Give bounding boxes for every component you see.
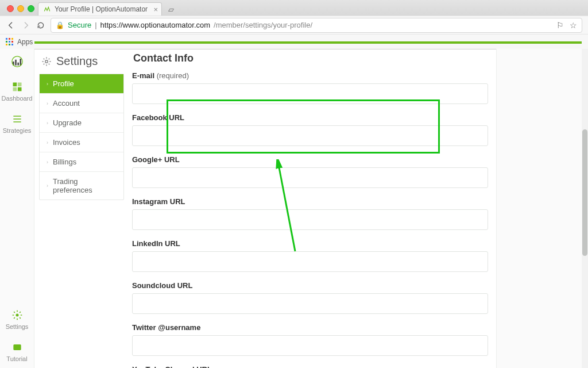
soundcloud-label: Soundcloud URL [132,281,488,290]
address-bar[interactable]: 🔒 Secure | https://www.optionautomator.c… [51,18,582,33]
reload-button[interactable] [36,20,46,30]
accent-strip [34,41,582,44]
menu-item-account[interactable]: › Account [40,94,123,113]
google-plus-input[interactable] [132,167,488,188]
linkedin-label: LinkedIn URL [132,239,488,248]
soundcloud-input[interactable] [132,293,488,314]
tab-favicon [43,5,51,13]
svg-rect-3 [13,87,17,91]
tab-bar: Your Profile | OptionAutomator × ▱ [0,0,588,16]
rail-item-strategies[interactable]: Strategies [0,108,34,140]
menu-item-upgrade[interactable]: › Upgrade [40,113,123,133]
new-tab-button[interactable]: ▱ [165,4,177,14]
svg-rect-6 [13,344,21,350]
apps-label[interactable]: Apps [17,38,33,46]
rail-label: Dashboard [2,95,33,102]
chevron-right-icon: › [47,140,48,145]
chevron-right-icon: › [47,101,48,106]
field-email: E-mail (required) [132,71,488,104]
right-gutter [496,49,588,368]
scrollbar-track[interactable] [582,49,588,368]
menu-label: Invoices [53,138,80,147]
scrollbar-thumb[interactable] [582,129,587,256]
youtube-label: YouTube Channel URL [132,365,488,368]
gear-icon [41,56,52,67]
menu-label: Account [53,99,80,108]
field-google-plus: Google+ URL [132,155,488,188]
facebook-input[interactable] [132,125,488,146]
instagram-input[interactable] [132,209,488,230]
facebook-label: Facebook URL [132,113,488,122]
google-plus-label: Google+ URL [132,155,488,164]
chevron-right-icon: › [47,120,48,126]
linkedin-input[interactable] [132,251,488,272]
content: Settings › Profile › Account › Upgrade [34,49,496,368]
settings-header: Settings [39,50,124,74]
window-controls [3,5,38,16]
field-linkedin: LinkedIn URL [132,239,488,272]
rail-item-tutorial[interactable]: Tutorial [0,336,34,368]
minimize-window-icon[interactable] [17,5,24,12]
menu-item-profile[interactable]: › Profile [40,74,123,94]
field-youtube: YouTube Channel URL [132,365,488,368]
lock-icon: 🔒 [56,21,64,29]
menu-label: Upgrade [53,118,82,127]
twitter-input[interactable] [132,335,488,356]
brand-logo[interactable] [0,52,34,75]
left-rail: Dashboard Strategies Settings Tutorial [0,49,34,368]
rail-item-dashboard[interactable]: Dashboard [0,75,34,108]
star-icon[interactable]: ☆ [570,21,577,30]
svg-rect-1 [13,83,17,87]
form-column: Contact Info E-mail (required) Facebook … [132,50,488,368]
section-title: Contact Info [133,52,488,64]
secure-label: Secure [68,21,91,29]
email-input[interactable] [132,83,488,104]
field-instagram: Instagram URL [132,197,488,230]
rail-label: Tutorial [6,355,27,362]
tab-close-icon[interactable]: × [154,5,158,14]
menu-label: Profile [53,79,74,88]
menu-label: Trading preferences [53,177,117,194]
url-path: /member/settings/your-profile/ [214,21,312,29]
app-area: Dashboard Strategies Settings Tutorial S… [0,49,588,368]
url-host: https://www.optionautomator.com [100,21,210,29]
rail-item-settings[interactable]: Settings [0,304,34,336]
back-button[interactable] [6,20,16,30]
svg-point-5 [16,314,18,317]
close-window-icon[interactable] [7,5,14,12]
email-label: E-mail (required) [132,71,488,80]
menu-label: Billings [53,158,76,166]
browser-tab[interactable]: Your Profile | OptionAutomator × [38,2,162,16]
settings-title: Settings [56,55,98,68]
menu-item-billings[interactable]: › Billings [40,152,123,172]
apps-icon[interactable] [6,38,14,46]
twitter-label: Twitter @username [132,323,488,332]
tab-title: Your Profile | OptionAutomator [55,5,148,13]
main: Settings › Profile › Account › Upgrade [34,49,588,368]
menu-item-invoices[interactable]: › Invoices [40,133,123,152]
field-facebook: Facebook URL [132,113,488,146]
svg-point-7 [45,60,48,63]
rail-label: Strategies [3,127,32,134]
field-soundcloud: Soundcloud URL [132,281,488,314]
forward-button[interactable] [21,20,31,30]
svg-rect-4 [17,87,21,91]
svg-rect-2 [17,83,21,87]
chevron-right-icon: › [47,81,48,87]
settings-menu: › Profile › Account › Upgrade › Invoices [39,74,124,200]
instagram-label: Instagram URL [132,197,488,206]
rail-label: Settings [6,323,29,330]
nav-bar: 🔒 Secure | https://www.optionautomator.c… [0,16,588,34]
menu-item-trading-preferences[interactable]: › Trading preferences [40,172,123,200]
field-twitter: Twitter @username [132,323,488,356]
bookmark-page-icon[interactable]: ⚐ [556,21,564,30]
maximize-window-icon[interactable] [28,5,34,12]
chevron-right-icon: › [47,183,48,189]
settings-column: Settings › Profile › Account › Upgrade [39,50,124,368]
chevron-right-icon: › [47,159,48,165]
